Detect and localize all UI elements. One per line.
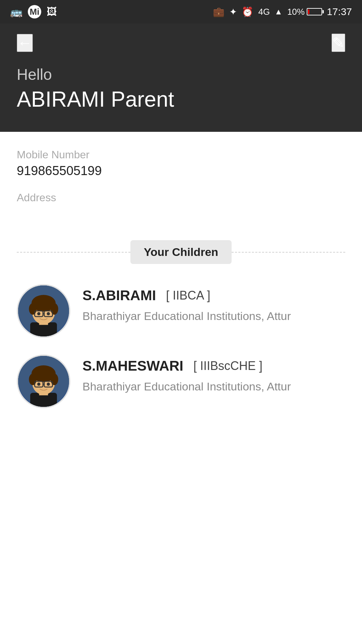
bus-icon: 🚌	[10, 6, 22, 18]
signal-icon: ▲	[275, 7, 283, 16]
svg-point-6	[29, 303, 37, 315]
status-bar: 🚌 Mi 🖼 💼 ✦ ⏰ 4G ▲ 10% 17:37	[0, 0, 362, 23]
bluetooth-icon: ✦	[229, 6, 237, 17]
svg-point-14	[37, 312, 41, 316]
child-avatar-2	[17, 355, 70, 408]
avatar-bg-1	[18, 285, 69, 336]
child-class-1: [ IIBCA ]	[166, 288, 210, 303]
avatar-bg-2	[18, 356, 69, 407]
child-card-1[interactable]: S.ABIRAMI [ IIBCA ] Bharathiyar Educatio…	[17, 284, 345, 344]
child-info-2: S.MAHESWARI [ IIIBscCHE ] Bharathiyar Ed…	[82, 355, 345, 395]
svg-point-23	[51, 374, 58, 385]
briefcase-icon: 💼	[213, 6, 225, 17]
mi-icon: Mi	[28, 5, 41, 18]
greeting-name: ABIRAMI Parent	[17, 87, 345, 112]
alarm-icon: ⏰	[242, 6, 253, 17]
child-name-row-2: S.MAHESWARI [ IIIBscCHE ]	[82, 358, 345, 374]
child-school-1: Bharathiyar Educational Institutions, At…	[82, 308, 345, 324]
gallery-icon: 🖼	[47, 6, 57, 17]
child-name-2: S.MAHESWARI	[82, 358, 183, 374]
battery-block: 10%	[287, 7, 322, 17]
mobile-label: Mobile Number	[17, 149, 345, 161]
battery-icon	[307, 8, 322, 15]
divider-line-left	[17, 252, 130, 253]
avatar-svg-1	[18, 285, 69, 336]
svg-point-30	[37, 383, 41, 386]
child-avatar-1	[17, 284, 70, 338]
edit-button[interactable]: ✎	[331, 34, 345, 52]
avatar-svg-2	[18, 356, 69, 407]
battery-fill	[308, 9, 309, 14]
status-bar-right: 💼 ✦ ⏰ 4G ▲ 10% 17:37	[213, 6, 352, 17]
address-value	[17, 207, 345, 223]
time-display: 17:37	[327, 6, 352, 17]
header-nav: ← ✎	[17, 34, 345, 52]
svg-point-31	[47, 383, 50, 386]
children-section-label: Your Children	[130, 240, 232, 264]
back-button[interactable]: ←	[17, 34, 33, 52]
mobile-value: 919865505199	[17, 164, 345, 178]
address-section: Address	[17, 192, 345, 223]
battery-percent: 10%	[287, 7, 305, 17]
status-bar-left: 🚌 Mi 🖼	[10, 5, 57, 18]
child-card-2[interactable]: S.MAHESWARI [ IIIBscCHE ] Bharathiyar Ed…	[17, 355, 345, 415]
child-class-2: [ IIIBscCHE ]	[193, 359, 262, 373]
child-name-row-1: S.ABIRAMI [ IIBCA ]	[82, 287, 345, 304]
svg-point-7	[51, 303, 58, 315]
child-info-1: S.ABIRAMI [ IIBCA ] Bharathiyar Educatio…	[82, 284, 345, 324]
divider-line-right	[232, 252, 345, 253]
mobile-section: Mobile Number 919865505199	[17, 149, 345, 178]
svg-point-22	[29, 374, 37, 385]
children-list: S.ABIRAMI [ IIBCA ] Bharathiyar Educatio…	[17, 284, 345, 415]
greeting-hello: Hello	[17, 65, 345, 84]
child-name-1: S.ABIRAMI	[82, 287, 156, 304]
children-divider: Your Children	[17, 240, 345, 264]
network-label: 4G	[258, 7, 270, 17]
child-school-2: Bharathiyar Educational Institutions, At…	[82, 379, 345, 395]
header-section: ← ✎ Hello ABIRAMI Parent	[0, 23, 362, 132]
content-section: Mobile Number 919865505199 Address Your …	[0, 132, 362, 415]
svg-point-15	[47, 312, 50, 316]
address-label: Address	[17, 192, 345, 204]
